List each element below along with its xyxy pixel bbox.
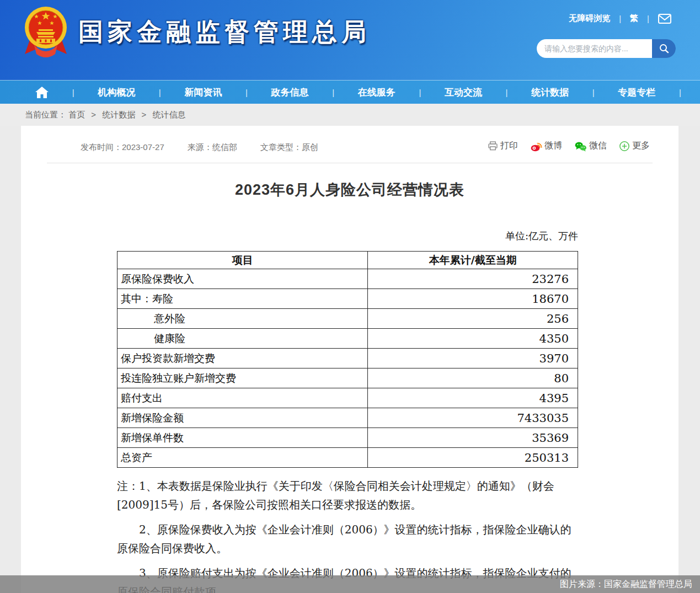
search-input[interactable] bbox=[537, 39, 652, 58]
table-header-row: 项目 本年累计/截至当期 bbox=[117, 252, 578, 269]
weibo-share-button[interactable]: 微博 bbox=[530, 140, 562, 152]
share-toolbar: 打印 微博 bbox=[488, 140, 650, 152]
search-bar bbox=[537, 39, 676, 58]
nav-home-icon[interactable] bbox=[35, 87, 49, 98]
publish-time-value: 2023-07-27 bbox=[122, 142, 164, 152]
main-navigation: | 机构概况 | 新闻资讯 | 政务信息 | 在线服务 | 互动交流 | 统计数… bbox=[0, 80, 700, 104]
breadcrumb-statistics-info[interactable]: 统计信息 bbox=[152, 110, 185, 119]
weibo-icon bbox=[530, 141, 542, 152]
table-row: 新增保单件数 35369 bbox=[117, 428, 578, 448]
table-row: 其中：寿险 18670 bbox=[117, 289, 578, 309]
nav-item-gov-info[interactable]: 政务信息 bbox=[271, 86, 309, 99]
traditional-chinese-link[interactable]: 繁 bbox=[630, 13, 638, 24]
source-label: 来源： bbox=[188, 142, 212, 152]
meta-divider bbox=[47, 163, 653, 163]
plus-circle-icon bbox=[619, 141, 630, 152]
table-row: 保户投资款新增交费 3970 bbox=[117, 349, 578, 368]
statistics-table: 项目 本年累计/截至当期 原保险保费收入 23276 其中：寿险 18670 意… bbox=[117, 251, 578, 468]
breadcrumb-home[interactable]: 首页 bbox=[68, 110, 85, 119]
wechat-share-button[interactable]: 微信 bbox=[574, 140, 607, 152]
article-panel: 发布时间：2023-07-27 来源：统信部 文章类型：原创 打印 bbox=[21, 126, 678, 593]
table-row: 健康险 4350 bbox=[117, 329, 578, 349]
nav-item-statistics[interactable]: 统计数据 bbox=[531, 86, 569, 99]
top-links-separator: | bbox=[647, 14, 649, 23]
more-share-button[interactable]: 更多 bbox=[619, 140, 650, 152]
footnote-2: 2、原保险保费收入为按《企业会计准则（2006）》设置的统计指标，指保险企业确认… bbox=[117, 520, 579, 558]
article-meta: 发布时间：2023-07-27 来源：统信部 文章类型：原创 bbox=[81, 142, 318, 153]
table-row: 意外险 256 bbox=[117, 309, 578, 329]
printer-icon bbox=[488, 141, 498, 151]
article-type-value: 原创 bbox=[302, 142, 318, 152]
accessibility-link[interactable]: 无障碍浏览 bbox=[569, 13, 610, 24]
article-type-label: 文章类型： bbox=[260, 142, 302, 152]
footnote-1: 注：1、本表数据是保险业执行《关于印发〈保险合同相关会计处理规定〉的通知》（财会… bbox=[117, 477, 579, 514]
print-button[interactable]: 打印 bbox=[488, 140, 518, 152]
nav-item-online-service[interactable]: 在线服务 bbox=[358, 86, 396, 99]
table-row: 新增保险金额 7433035 bbox=[117, 408, 578, 428]
search-icon bbox=[659, 43, 670, 54]
search-button[interactable] bbox=[652, 39, 676, 58]
breadcrumb-label: 当前位置： bbox=[25, 110, 66, 119]
column-header-item: 项目 bbox=[117, 252, 368, 269]
source-value: 统信部 bbox=[212, 142, 237, 152]
nav-item-interaction[interactable]: 互动交流 bbox=[445, 86, 482, 99]
wechat-icon bbox=[574, 141, 587, 152]
nav-item-news[interactable]: 新闻资讯 bbox=[184, 86, 222, 99]
table-unit-note: 单位:亿元、万件 bbox=[117, 229, 578, 243]
top-links-separator: | bbox=[619, 14, 621, 23]
nav-item-special-topics[interactable]: 专题专栏 bbox=[618, 86, 655, 99]
table-row: 投连险独立账户新增交费 80 bbox=[117, 368, 578, 388]
breadcrumb: 当前位置： 首页 > 统计数据 > 统计信息 bbox=[0, 104, 700, 126]
publish-time-label: 发布时间： bbox=[81, 142, 122, 152]
column-header-ytd: 本年累计/截至当期 bbox=[368, 252, 578, 269]
table-row: 原保险保费收入 23276 bbox=[117, 269, 578, 289]
site-header: 国家金融监督管理总局 无障碍浏览 | 繁 | bbox=[0, 0, 700, 80]
site-title: 国家金融监督管理总局 bbox=[78, 15, 371, 49]
table-row: 总资产 250313 bbox=[117, 448, 578, 468]
table-row: 赔付支出 4395 bbox=[117, 388, 578, 408]
mail-icon[interactable] bbox=[658, 14, 671, 24]
nav-item-about[interactable]: 机构概况 bbox=[98, 86, 135, 99]
national-emblem-logo bbox=[23, 3, 68, 65]
image-source-watermark: 图片来源：国家金融监督管理总局 bbox=[0, 575, 700, 593]
page-title: 2023年6月人身险公司经营情况表 bbox=[21, 180, 678, 200]
breadcrumb-statistics[interactable]: 统计数据 bbox=[102, 110, 135, 119]
